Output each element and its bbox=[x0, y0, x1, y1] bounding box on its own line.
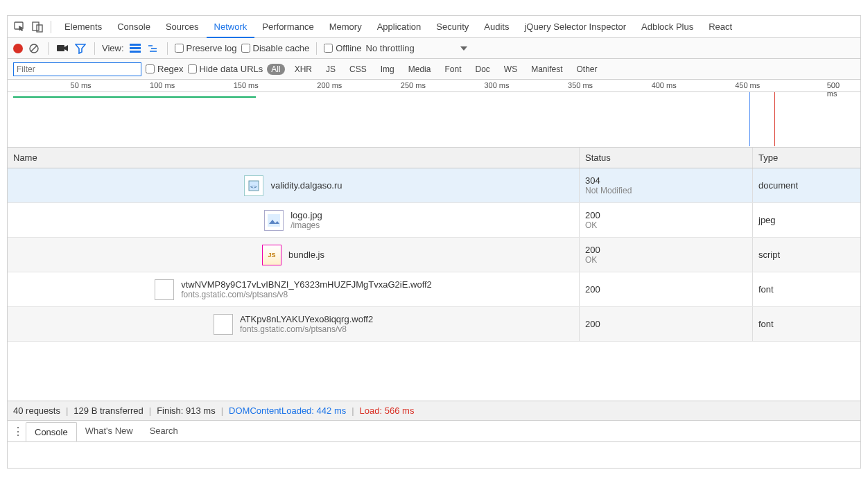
file-type-icon: <> bbox=[244, 175, 263, 196]
status-transferred: 129 B transferred bbox=[73, 405, 143, 416]
status-bar: 40 requests | 129 B transferred | Finish… bbox=[8, 401, 860, 420]
clear-icon[interactable] bbox=[27, 42, 41, 55]
timeline-tick: 50 ms bbox=[71, 81, 92, 89]
record-button[interactable] bbox=[13, 44, 23, 53]
svg-rect-8 bbox=[130, 51, 141, 53]
tab-jquery-selector-inspector[interactable]: jQuery Selector Inspector bbox=[517, 16, 634, 38]
status-code: 200 bbox=[585, 284, 747, 295]
tab-application[interactable]: Application bbox=[370, 16, 429, 38]
status-code: 200 bbox=[585, 319, 747, 330]
status-code: 200 bbox=[585, 245, 747, 256]
timeline-overview[interactable]: 50 ms100 ms150 ms200 ms250 ms300 ms350 m… bbox=[8, 80, 860, 148]
table-row[interactable]: logo.jpg/images200OKjpeg bbox=[8, 203, 860, 238]
request-name: validity.dalgaso.ru bbox=[270, 180, 342, 191]
type-filter-ws[interactable]: WS bbox=[500, 64, 521, 75]
request-path: fonts.gstatic.com/s/ptsans/v8 bbox=[240, 324, 373, 334]
header-name[interactable]: Name bbox=[8, 148, 580, 168]
network-toolbar-2: Regex Hide data URLs AllXHRJSCSSImgMedia… bbox=[8, 59, 860, 80]
hide-data-urls-checkbox[interactable]: Hide data URLs bbox=[188, 64, 263, 74]
table-row[interactable]: ATKpv8nLYAKUYexo8iqqrg.woff2fonts.gstati… bbox=[8, 307, 860, 342]
separator bbox=[48, 42, 49, 55]
drawer-tab-what-s-new[interactable]: What's New bbox=[77, 421, 141, 441]
regex-checkbox[interactable]: Regex bbox=[146, 64, 184, 74]
timeline-bars bbox=[8, 92, 860, 146]
request-path: /images bbox=[290, 220, 322, 230]
type-filter-css[interactable]: CSS bbox=[345, 64, 371, 75]
camera-icon[interactable] bbox=[55, 42, 69, 55]
timeline-tick: 150 ms bbox=[234, 81, 259, 89]
tab-react[interactable]: React bbox=[701, 16, 740, 38]
table-row[interactable]: vtwNVMP8y9C17vLvIBNZI_Y6323mHUZFJMgTvxaG… bbox=[8, 272, 860, 307]
type-filter-img[interactable]: Img bbox=[376, 64, 399, 75]
type-filter-all[interactable]: All bbox=[267, 64, 284, 75]
svg-line-4 bbox=[31, 46, 37, 51]
status-text: OK bbox=[585, 220, 747, 230]
request-type: font bbox=[753, 307, 860, 341]
tab-performance[interactable]: Performance bbox=[254, 16, 321, 38]
timeline-tick: 200 ms bbox=[317, 81, 342, 89]
drawer-tab-console[interactable]: Console bbox=[26, 422, 77, 441]
file-type-icon bbox=[214, 314, 233, 335]
drawer-tab-search[interactable]: Search bbox=[141, 421, 186, 441]
table-row[interactable]: <>validity.dalgaso.ru304Not Modifieddocu… bbox=[8, 168, 860, 203]
timeline-tick: 400 ms bbox=[652, 81, 677, 89]
type-filter-doc[interactable]: Doc bbox=[471, 64, 494, 75]
type-filter-font[interactable]: Font bbox=[440, 64, 465, 75]
type-filter-media[interactable]: Media bbox=[404, 64, 435, 75]
status-dcl: DOMContentLoaded: 442 ms bbox=[229, 405, 346, 416]
timeline-tick: 250 ms bbox=[401, 81, 426, 89]
table-header-row: Name Status Type bbox=[8, 148, 860, 168]
request-name: ATKpv8nLYAKUYexo8iqqrg.woff2 bbox=[240, 314, 373, 325]
dcl-marker bbox=[749, 92, 750, 146]
waterfall-view-icon[interactable] bbox=[146, 42, 160, 55]
separator bbox=[316, 42, 317, 55]
separator bbox=[94, 42, 95, 55]
tab-security[interactable]: Security bbox=[428, 16, 476, 38]
type-filter-xhr[interactable]: XHR bbox=[290, 64, 316, 75]
filter-icon[interactable] bbox=[73, 42, 87, 55]
large-rows-icon[interactable] bbox=[128, 42, 142, 55]
tab-elements[interactable]: Elements bbox=[57, 16, 110, 38]
svg-rect-1 bbox=[33, 22, 39, 30]
timeline-tick: 350 ms bbox=[568, 81, 593, 89]
timeline-tick: 450 ms bbox=[735, 81, 760, 89]
request-type: jpeg bbox=[753, 203, 860, 237]
offline-checkbox[interactable]: Offline bbox=[324, 43, 361, 53]
request-type: font bbox=[753, 272, 860, 306]
tab-memory[interactable]: Memory bbox=[322, 16, 370, 38]
load-marker bbox=[774, 92, 775, 146]
status-load: Load: 566 ms bbox=[360, 405, 415, 416]
tab-audits[interactable]: Audits bbox=[476, 16, 517, 38]
throttling-select[interactable]: No throttling bbox=[366, 43, 415, 53]
file-type-icon bbox=[264, 210, 284, 231]
timeline-tick: 100 ms bbox=[150, 81, 175, 89]
drawer-menu-icon[interactable]: ⋮ bbox=[12, 425, 24, 438]
filter-input[interactable] bbox=[13, 62, 141, 76]
drawer-body bbox=[8, 441, 860, 468]
table-row[interactable]: JSbundle.js200OKscript bbox=[8, 238, 860, 272]
separator bbox=[51, 21, 51, 33]
status-text: OK bbox=[585, 255, 747, 265]
tab-adblock-plus[interactable]: Adblock Plus bbox=[634, 16, 701, 38]
disable-cache-checkbox[interactable]: Disable cache bbox=[241, 43, 310, 53]
type-filter-js[interactable]: JS bbox=[322, 64, 340, 75]
tab-console[interactable]: Console bbox=[110, 16, 158, 38]
throttling-dropdown-icon[interactable] bbox=[460, 46, 467, 51]
request-type: script bbox=[753, 238, 860, 272]
network-toolbar-1: View: Preserve log Disable cache Offline… bbox=[8, 38, 860, 59]
status-code: 200 bbox=[585, 210, 747, 221]
file-type-icon: JS bbox=[262, 245, 281, 265]
inspect-element-icon[interactable] bbox=[12, 19, 27, 35]
drawer-tabs: ⋮ ConsoleWhat's NewSearch bbox=[8, 421, 860, 441]
type-filter-other[interactable]: Other bbox=[573, 64, 602, 75]
device-toolbar-icon[interactable] bbox=[30, 19, 45, 35]
svg-rect-5 bbox=[57, 45, 64, 51]
tab-sources[interactable]: Sources bbox=[158, 16, 207, 38]
header-status[interactable]: Status bbox=[580, 148, 753, 168]
preserve-log-checkbox[interactable]: Preserve log bbox=[175, 43, 237, 53]
type-filter-manifest[interactable]: Manifest bbox=[527, 64, 566, 75]
header-type[interactable]: Type bbox=[753, 148, 860, 168]
svg-rect-6 bbox=[130, 44, 141, 46]
tab-network[interactable]: Network bbox=[207, 16, 255, 38]
timeline-ruler: 50 ms100 ms150 ms200 ms250 ms300 ms350 m… bbox=[8, 80, 860, 92]
